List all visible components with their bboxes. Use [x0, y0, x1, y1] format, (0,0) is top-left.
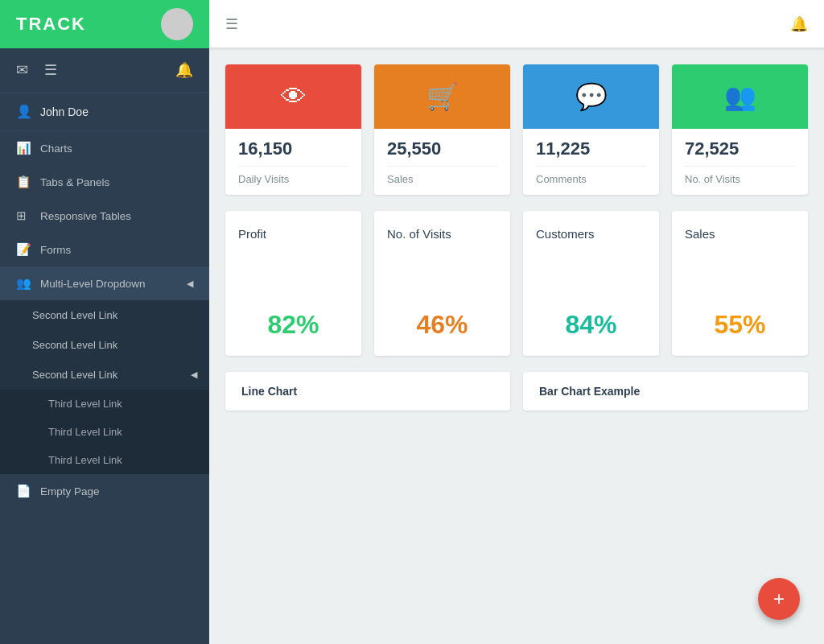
- fab-button[interactable]: +: [758, 578, 800, 620]
- daily-visits-label: Daily Visits: [238, 166, 348, 185]
- header-bell-icon[interactable]: 🔔: [790, 15, 808, 33]
- line-chart-card: Line Chart: [225, 372, 510, 411]
- profit-value: 82%: [238, 310, 348, 340]
- chart-cards-grid: Line Chart Bar Chart Example: [225, 372, 808, 411]
- progress-card-profit: Profit 82%: [225, 211, 361, 356]
- nav-item-tabs-label: Tabs & Panels: [40, 176, 109, 188]
- table-icon: ⊞: [16, 208, 32, 223]
- nav-item-forms-label: Forms: [40, 244, 71, 256]
- second-level-link-1[interactable]: Second Level Link: [0, 300, 209, 330]
- nav-item-responsive-tables[interactable]: ⊞ Responsive Tables: [0, 199, 209, 233]
- cart-icon: 🛒: [426, 81, 459, 112]
- group-icon: 👥: [724, 81, 756, 112]
- comments-icon-area: 💬: [523, 64, 659, 129]
- tabs-icon: 📋: [16, 175, 32, 189]
- no-visits-label: No. of Visits: [685, 166, 795, 185]
- nav-item-tabs-panels[interactable]: 📋 Tabs & Panels: [0, 165, 209, 199]
- nav-item-forms[interactable]: 📝 Forms: [0, 233, 209, 266]
- no-visits-body: 72,525 No. of Visits: [672, 129, 808, 195]
- progress-card-customers: Customers 84%: [523, 211, 659, 356]
- main-header: ☰ 🔔: [209, 0, 824, 48]
- forms-icon: 📝: [16, 242, 32, 257]
- bell-icon[interactable]: 🔔: [175, 61, 193, 79]
- email-icon[interactable]: ✉: [16, 61, 28, 79]
- stat-card-sales: 🛒 25,550 Sales: [374, 64, 510, 195]
- comments-number: 11,225: [536, 138, 646, 159]
- comments-label: Comments: [536, 166, 646, 185]
- bar-chart-title: Bar Chart Example: [539, 385, 792, 398]
- sidebar-header: TRACK: [0, 0, 209, 48]
- stat-card-daily-visits: 👁 16,150 Daily Visits: [225, 64, 361, 195]
- sales-icon-area: 🛒: [374, 64, 510, 129]
- menu-icon[interactable]: ☰: [44, 61, 57, 79]
- no-visits-pct-label: No. of Visits: [387, 227, 497, 241]
- nav-item-tables-label: Responsive Tables: [40, 210, 131, 222]
- customers-label: Customers: [536, 227, 646, 241]
- daily-visits-icon-area: 👁: [225, 64, 361, 129]
- nav-item-multi-level[interactable]: 👥 Multi-Level Dropdown ◀: [0, 266, 209, 300]
- bar-chart-card: Bar Chart Example: [523, 372, 808, 411]
- sales-number: 25,550: [387, 138, 497, 159]
- sales-body: 25,550 Sales: [374, 129, 510, 195]
- second-level-link-1-label: Second Level Link: [32, 309, 117, 321]
- stat-card-no-visits: 👥 72,525 No. of Visits: [672, 64, 808, 195]
- comment-icon: 💬: [575, 81, 608, 112]
- customers-value: 84%: [536, 310, 646, 340]
- nav-item-multi-label: Multi-Level Dropdown: [40, 278, 146, 290]
- second-level-link-3[interactable]: Second Level Link ◀: [0, 360, 209, 390]
- third-level-link-1-label: Third Level Link: [48, 398, 122, 410]
- user-name: John Doe: [40, 105, 89, 118]
- fab-icon: +: [773, 588, 785, 610]
- chevron-down-icon: ◀: [191, 369, 197, 380]
- third-level-link-3[interactable]: Third Level Link: [0, 446, 209, 474]
- comments-body: 11,225 Comments: [523, 129, 659, 195]
- second-level-link-2-label: Second Level Link: [32, 339, 117, 351]
- profit-label: Profit: [238, 227, 348, 241]
- chevron-left-icon: ◀: [187, 279, 193, 289]
- daily-visits-body: 16,150 Daily Visits: [225, 129, 361, 195]
- third-level-link-1[interactable]: Third Level Link: [0, 390, 209, 418]
- third-level-link-2[interactable]: Third Level Link: [0, 418, 209, 446]
- avatar: [161, 8, 193, 40]
- sidebar-nav: 📊 Charts 📋 Tabs & Panels ⊞ Responsive Ta…: [0, 131, 209, 644]
- progress-cards-grid: Profit 82% No. of Visits 46% Customers 8…: [225, 211, 808, 356]
- progress-card-no-visits: No. of Visits 46%: [374, 211, 510, 356]
- no-visits-icon-area: 👥: [672, 64, 808, 129]
- sidebar-logo: TRACK: [16, 14, 86, 35]
- sales-pct-value: 55%: [685, 310, 795, 340]
- sidebar: TRACK ✉ ☰ 🔔 👤 John Doe 📊 Charts 📋 Tabs &…: [0, 0, 209, 644]
- no-visits-number: 72,525: [685, 138, 795, 159]
- charts-icon: 📊: [16, 141, 32, 155]
- user-profile: 👤 John Doe: [0, 93, 209, 131]
- main-content-area: ☰ 🔔 👁 16,150 Daily Visits 🛒 25,550: [209, 0, 824, 644]
- stat-card-comments: 💬 11,225 Comments: [523, 64, 659, 195]
- nav-item-empty-label: Empty Page: [40, 485, 100, 497]
- nav-item-charts-label: Charts: [40, 142, 72, 155]
- stat-cards-grid: 👁 16,150 Daily Visits 🛒 25,550 Sales: [225, 64, 808, 195]
- nav-item-empty-page[interactable]: 📄 Empty Page: [0, 474, 209, 508]
- sales-pct-label: Sales: [685, 227, 795, 241]
- header-menu-icon[interactable]: ☰: [225, 15, 238, 33]
- progress-card-sales: Sales 55%: [672, 211, 808, 356]
- nav-item-charts[interactable]: 📊 Charts: [0, 131, 209, 165]
- sidebar-icons-bar: ✉ ☰ 🔔: [0, 48, 209, 93]
- empty-page-icon: 📄: [16, 484, 32, 498]
- main-content: 👁 16,150 Daily Visits 🛒 25,550 Sales: [209, 48, 824, 427]
- no-visits-pct-value: 46%: [387, 310, 497, 340]
- sales-label: Sales: [387, 166, 497, 185]
- eye-icon: 👁: [281, 82, 307, 112]
- user-icon: 👤: [16, 104, 32, 119]
- second-level-link-2[interactable]: Second Level Link: [0, 330, 209, 360]
- third-level-link-3-label: Third Level Link: [48, 454, 122, 466]
- line-chart-title: Line Chart: [241, 385, 494, 398]
- multi-level-icon: 👥: [16, 276, 32, 291]
- third-level-link-2-label: Third Level Link: [48, 426, 122, 438]
- second-level-link-3-label: Second Level Link: [32, 369, 117, 381]
- daily-visits-number: 16,150: [238, 138, 348, 159]
